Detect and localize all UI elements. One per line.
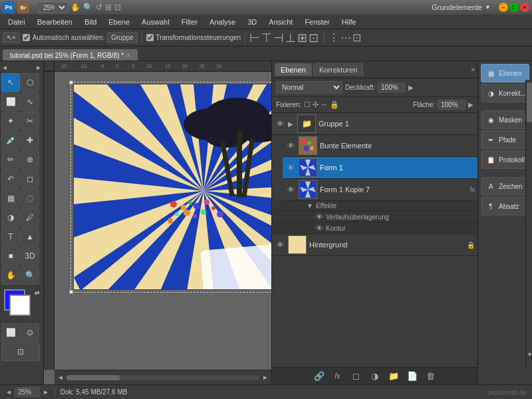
fix-position-icon[interactable]: ☐ <box>304 100 311 109</box>
text-tool[interactable]: T <box>1 227 20 246</box>
sidebar-btn-protokoll[interactable]: 📋 Protokoll <box>481 150 529 169</box>
scroll-thumb-h[interactable] <box>66 375 120 380</box>
zoom-tool[interactable]: 🔍 <box>21 266 39 285</box>
gruppe1-expand-icon[interactable]: ▶ <box>288 120 293 128</box>
canvas-viewport[interactable] <box>55 72 271 370</box>
close-button[interactable]: × <box>520 3 529 12</box>
layer-scroll-down-arrow[interactable]: ▼ <box>527 351 532 358</box>
rotate-tool-icon[interactable]: ↺ <box>96 3 102 12</box>
fill-input[interactable] <box>438 100 466 110</box>
gradient-tool[interactable]: ▦ <box>1 189 20 207</box>
marquee-tool[interactable]: ⬜ <box>1 92 20 111</box>
status-zoom-input[interactable] <box>15 387 40 397</box>
minimize-button[interactable]: – <box>499 3 508 12</box>
transform-controls-checkbox[interactable] <box>146 34 154 41</box>
tab-ebenen[interactable]: Ebenen <box>275 63 312 76</box>
layer-vis-form1[interactable]: 👁 <box>285 162 296 173</box>
menu-3d[interactable]: 3D <box>242 17 262 27</box>
swap-colors-icon[interactable]: ⇄ <box>35 289 40 296</box>
layer-form1k7[interactable]: 👁 Form 1 Kopie 7 fx <box>283 179 477 201</box>
zoom-tool-icon[interactable]: 🔍 <box>83 3 93 12</box>
eye-icon-kontur[interactable]: 👁 <box>316 224 323 232</box>
menu-filter[interactable]: Filter <box>176 17 203 27</box>
scroll-left-btn[interactable]: ◄ <box>57 374 64 381</box>
menu-analyse[interactable]: Analyse <box>204 17 241 27</box>
hand-tool-icon[interactable]: ✋ <box>70 3 80 12</box>
layer-gruppe1[interactable]: 👁 ▶ 📁 Gruppe 1 <box>272 113 477 135</box>
sidebar-btn-pfade[interactable]: ✒ Pfade <box>481 130 529 149</box>
add-fx-btn[interactable]: fx <box>331 369 345 384</box>
brush-tool[interactable]: ✏ <box>1 150 20 169</box>
maximize-button[interactable]: □ <box>509 3 519 12</box>
fix-all-icon[interactable]: 🔒 <box>330 100 339 109</box>
menu-bild[interactable]: Bild <box>79 17 102 27</box>
dodge-tool[interactable]: ◑ <box>1 208 20 227</box>
pen-tool[interactable]: 🖊 <box>21 208 39 227</box>
menu-ebene[interactable]: Ebene <box>103 17 135 27</box>
menu-auswahl[interactable]: Auswahl <box>136 17 175 27</box>
layer-vis-form1k7[interactable]: 👁 <box>285 184 296 195</box>
lasso-tool[interactable]: ∿ <box>21 92 39 111</box>
menu-datei[interactable]: Datei <box>3 17 31 27</box>
doc-tab-tutorial[interactable]: tutorial.psd bei 25% (Form 1, RGB/8) * × <box>3 49 138 61</box>
artboard-tool[interactable]: ⬡ <box>21 73 39 92</box>
fill-arrow[interactable]: ▶ <box>468 101 473 108</box>
path-select-tool[interactable]: ▲ <box>21 227 39 246</box>
panel-expand-btn[interactable]: » <box>471 66 475 73</box>
status-zoom-in-btn[interactable]: ► <box>43 388 49 396</box>
layer-vis-hintergrund[interactable]: 👁 <box>275 239 285 250</box>
layer-hintergrund[interactable]: 👁 Hintergrund 🔒 <box>272 234 477 256</box>
eyedropper-tool[interactable]: 💉 <box>1 131 20 150</box>
eraser-tool[interactable]: ◻ <box>21 170 39 188</box>
grid-tool-icon[interactable]: ⊞ <box>105 3 112 12</box>
effect-kontur[interactable]: 👁 Kontur <box>272 223 477 234</box>
sidebar-btn-absatz[interactable]: ¶ Absatz <box>481 197 529 215</box>
layer-bunte[interactable]: 👁 Bunte Elemente <box>283 135 477 157</box>
view-tool-icon[interactable]: ⊡ <box>114 3 121 12</box>
blend-mode-select[interactable]: Normal <box>276 81 342 94</box>
move-tool[interactable]: ↖ <box>1 73 20 92</box>
doc-tab-close[interactable]: × <box>126 52 130 59</box>
toolbox-collapse-btn[interactable]: ◄ <box>1 64 8 71</box>
effects-expand-icon[interactable]: ▼ <box>307 202 313 209</box>
menu-fenster[interactable]: Fenster <box>299 17 334 27</box>
new-group-btn[interactable]: 📁 <box>386 369 401 384</box>
status-zoom-out-btn[interactable]: ◄ <box>5 388 12 396</box>
eye-icon-verlauf[interactable]: 👁 <box>316 213 323 221</box>
menu-hilfe[interactable]: Hilfe <box>336 17 362 27</box>
scroll-track-h[interactable] <box>66 375 259 380</box>
sidebar-btn-korrekturen[interactable]: ◑ Korrekt... <box>481 84 529 102</box>
sidebar-btn-zeichen[interactable]: A Zeichen <box>481 177 529 196</box>
3d-tool[interactable]: 3D <box>21 247 39 265</box>
fix-scale-icon[interactable]: ↔ <box>321 100 328 109</box>
new-fill-adj-btn[interactable]: ◑ <box>368 369 382 384</box>
auto-select-checkbox[interactable] <box>23 34 30 41</box>
blur-tool[interactable]: ◌ <box>21 189 39 207</box>
delete-layer-btn[interactable]: 🗑 <box>424 369 438 384</box>
menu-ansicht[interactable]: Ansicht <box>263 17 298 27</box>
link-layers-btn[interactable]: 🔗 <box>312 369 327 384</box>
toolbox-expand-btn[interactable]: ► <box>35 64 42 71</box>
move-tool-button[interactable]: ↖+ <box>3 32 20 43</box>
effect-verlauf[interactable]: 👁 Verlaufsüberlagerung <box>272 211 477 223</box>
layer-vis-gruppe1[interactable]: 👁 <box>275 118 285 129</box>
layer-vis-bunte[interactable]: 👁 <box>285 140 296 151</box>
opacity-input[interactable] <box>378 82 406 92</box>
tab-korrekturen[interactable]: Korrekturen <box>313 63 363 76</box>
sidebar-btn-masken[interactable]: ◉ Masken <box>481 110 529 129</box>
shape-tool[interactable]: ■ <box>1 247 20 265</box>
scroll-right-btn[interactable]: ► <box>262 374 269 381</box>
hand-tool[interactable]: ✋ <box>1 266 20 285</box>
heal-tool[interactable]: ✚ <box>21 131 39 150</box>
screen-mode[interactable]: ⊡ <box>1 342 40 361</box>
opacity-arrow[interactable]: ▶ <box>408 84 414 91</box>
menu-bearbeiten[interactable]: Bearbeiten <box>32 17 78 27</box>
history-brush-tool[interactable]: ↶ <box>1 170 20 188</box>
new-layer-btn[interactable]: 📄 <box>405 369 420 384</box>
fix-move-icon[interactable]: ✣ <box>313 100 319 109</box>
magic-wand-tool[interactable]: ✦ <box>1 112 20 130</box>
auto-select-type[interactable]: Gruppe <box>107 32 137 43</box>
scroll-bar-h[interactable]: ◄ ► <box>55 370 271 384</box>
background-color[interactable] <box>9 295 31 316</box>
quick-mask-mode[interactable]: ⊙ <box>21 323 39 342</box>
